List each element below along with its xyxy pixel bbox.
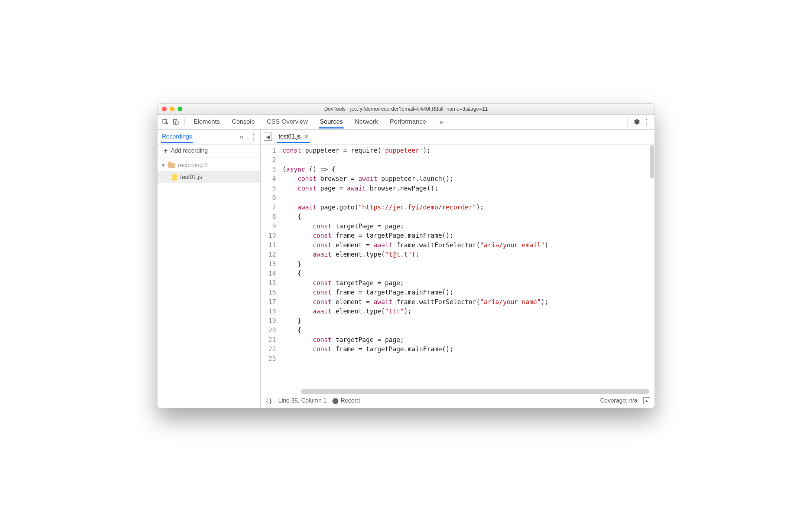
editor-tab-test01[interactable]: test01.js ✕ [277,130,310,143]
devtools-window: DevTools - jec.fyi/demo/recorder?email=t… [157,103,655,408]
svg-rect-2 [176,121,178,124]
sidebar-kebab-icon[interactable]: ⋮ [250,133,257,141]
panel-tabs: Elements Console CSS Overview Sources Ne… [193,115,623,128]
status-bar: {} Line 35, Column 1 Record Coverage: n/… [261,394,655,408]
horizontal-scrollbar[interactable] [301,389,649,394]
sidebar: Recordings » ⋮ + Add recording ▼ recordi… [157,130,261,408]
code-content[interactable]: const puppeteer = require('puppeteer'); … [279,144,655,394]
tree-folder-label: recording:// [178,162,208,169]
traffic-lights [157,107,182,111]
separator [627,118,628,126]
more-sidebar-tabs-icon[interactable]: » [240,133,243,141]
close-window-button[interactable] [162,107,167,111]
line-gutter: 1234567891011121314151617181920212223 [261,144,279,394]
cursor-position: Line 35, Column 1 [278,397,327,404]
sidebar-tab-recordings[interactable]: Recordings [161,130,193,143]
main-toolbar: Elements Console CSS Overview Sources Ne… [157,115,655,130]
editor-tabs: ◀ test01.js ✕ [261,130,655,144]
editor-pane: ◀ test01.js ✕ 12345678910111213141516171… [261,130,655,408]
add-recording-button[interactable]: + Add recording [157,144,260,158]
vertical-scrollbar[interactable] [650,145,654,179]
body: Recordings » ⋮ + Add recording ▼ recordi… [157,130,655,408]
tab-console[interactable]: Console [231,115,256,128]
tab-network[interactable]: Network [354,115,379,128]
file-icon [172,174,177,180]
minimize-window-button[interactable] [170,107,175,111]
tree-file-test01[interactable]: test01.js [157,171,260,183]
tab-performance[interactable]: Performance [389,115,427,128]
close-tab-icon[interactable]: ✕ [304,133,309,140]
kebab-icon[interactable]: ⋮ [643,118,651,126]
plus-icon: + [163,147,168,155]
window-title: DevTools - jec.fyi/demo/recorder?email=t… [157,106,655,112]
record-icon [332,398,338,404]
tab-sources[interactable]: Sources [319,115,344,128]
inspect-icon[interactable] [161,118,169,126]
code-area[interactable]: 1234567891011121314151617181920212223 co… [261,144,655,394]
file-tree: ▼ recording:// test01.js [157,158,260,183]
folder-icon [168,163,175,168]
more-tabs-icon[interactable]: » [437,118,445,126]
editor-tab-label: test01.js [279,133,301,140]
tab-elements[interactable]: Elements [193,115,221,128]
navigator-toggle-icon[interactable]: ◀ [264,133,272,141]
separator [184,118,185,126]
format-icon[interactable]: {} [265,397,272,404]
coverage-status: Coverage: n/a [600,397,637,404]
zoom-window-button[interactable] [178,107,182,111]
gear-icon[interactable] [632,118,640,126]
tab-css-overview[interactable]: CSS Overview [266,115,309,128]
tree-folder-recording[interactable]: ▼ recording:// [157,159,260,171]
sidebar-tabs: Recordings » ⋮ [157,130,260,144]
add-recording-label: Add recording [171,147,208,154]
caret-down-icon: ▼ [161,163,165,167]
titlebar: DevTools - jec.fyi/demo/recorder?email=t… [157,104,655,115]
record-button[interactable]: Record [332,397,360,404]
device-toggle-icon[interactable] [172,118,180,126]
collapse-icon[interactable]: ▲ [643,397,650,404]
tree-file-label: test01.js [180,174,202,180]
